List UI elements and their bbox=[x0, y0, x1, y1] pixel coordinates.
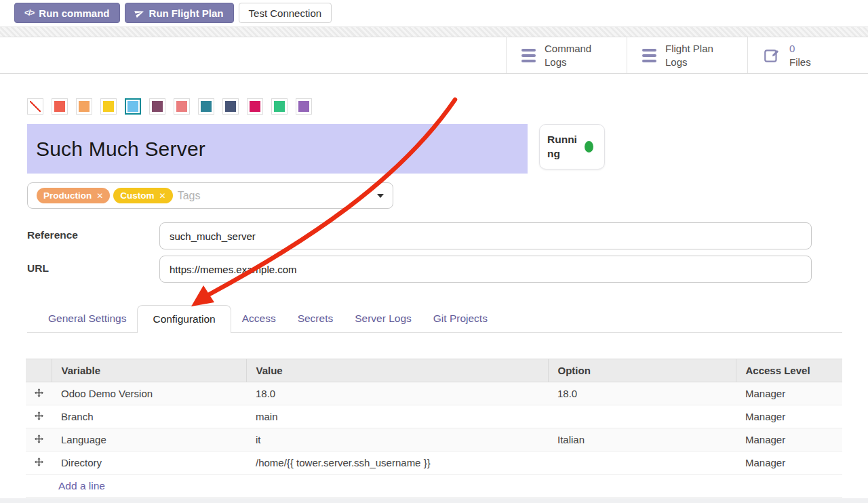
edit-icon bbox=[763, 47, 781, 64]
cell-option[interactable] bbox=[548, 405, 736, 428]
tag-production-label: Production bbox=[43, 190, 92, 201]
tab-general-settings[interactable]: General Settings bbox=[37, 305, 137, 332]
cell-variable[interactable]: Odoo Demo Version bbox=[52, 382, 246, 405]
move-icon bbox=[35, 435, 43, 443]
form-view: Such Much Server Running Production ✕ Cu… bbox=[0, 98, 868, 498]
status-dot-icon bbox=[585, 141, 593, 153]
texture-divider bbox=[0, 26, 868, 37]
record-title-field[interactable]: Such Much Server bbox=[27, 124, 528, 174]
list-icon bbox=[521, 49, 536, 62]
drag-handle[interactable] bbox=[26, 382, 52, 405]
run-command-button[interactable]: </> Run command bbox=[14, 3, 120, 23]
run-flight-plan-label: Run Flight Plan bbox=[149, 7, 224, 19]
cell-value[interactable]: /home/{{ tower.server.ssh_username }} bbox=[246, 451, 548, 475]
color-swatch-darkpurple[interactable] bbox=[149, 98, 165, 115]
command-logs-label-line1: Command bbox=[545, 43, 591, 54]
column-header-access-level[interactable]: Access Level bbox=[736, 359, 842, 382]
cell-access-level[interactable]: Manager bbox=[736, 382, 842, 405]
cell-option[interactable]: 18.0 bbox=[548, 382, 736, 405]
table-row[interactable]: Odoo Demo Version 18.0 18.0 Manager bbox=[26, 382, 842, 405]
cell-variable[interactable]: Directory bbox=[52, 451, 246, 475]
color-swatch-lightblue-selected[interactable] bbox=[125, 98, 141, 115]
drag-handle[interactable] bbox=[26, 428, 52, 451]
cell-value[interactable]: main bbox=[246, 405, 548, 428]
run-command-label: Run command bbox=[39, 7, 109, 19]
table-row[interactable]: Branch main Manager bbox=[26, 405, 842, 428]
table-row[interactable]: Language it Italian Manager bbox=[26, 428, 842, 451]
column-header-variable[interactable]: Variable bbox=[52, 359, 246, 382]
cell-access-level[interactable]: Manager bbox=[736, 405, 842, 428]
page-title: Such Much Server bbox=[36, 138, 205, 161]
tab-configuration[interactable]: Configuration bbox=[137, 305, 231, 333]
reference-input[interactable] bbox=[159, 222, 812, 249]
notebook-tabs: General Settings Configuration Access Se… bbox=[27, 305, 842, 333]
tag-production[interactable]: Production ✕ bbox=[37, 188, 110, 203]
url-label: URL bbox=[27, 256, 159, 275]
table-header-row: Variable Value Option Access Level bbox=[26, 359, 842, 382]
remove-icon[interactable]: ✕ bbox=[159, 191, 166, 201]
drag-handle[interactable] bbox=[26, 451, 52, 475]
reference-field-row: Reference bbox=[27, 222, 868, 249]
top-toolbar: </> Run command Run Flight Plan Test Con… bbox=[0, 0, 868, 26]
handle-column-header bbox=[26, 359, 52, 382]
color-swatch-purple[interactable] bbox=[296, 98, 312, 115]
color-swatch-green[interactable] bbox=[271, 98, 288, 115]
tags-placeholder: Tags bbox=[178, 190, 201, 202]
files-label: Files bbox=[789, 56, 811, 68]
flight-plan-logs-label-line2: Logs bbox=[665, 56, 688, 68]
cell-value[interactable]: 18.0 bbox=[246, 382, 548, 405]
flight-plan-logs-label-line1: Flight Plan bbox=[665, 43, 713, 54]
cell-variable[interactable]: Language bbox=[52, 428, 246, 451]
url-input[interactable] bbox=[159, 256, 812, 283]
move-icon bbox=[35, 411, 43, 420]
column-header-option[interactable]: Option bbox=[548, 359, 736, 382]
chevron-down-icon[interactable] bbox=[377, 194, 384, 198]
remove-icon[interactable]: ✕ bbox=[96, 191, 103, 201]
cell-option[interactable]: Italian bbox=[548, 428, 736, 451]
color-swatch-navy[interactable] bbox=[222, 98, 239, 115]
color-swatch-salmon[interactable] bbox=[174, 98, 190, 115]
status-widget[interactable]: Running bbox=[539, 124, 605, 169]
cell-option[interactable] bbox=[548, 451, 736, 475]
add-a-line-link[interactable]: Add a line bbox=[26, 475, 842, 498]
cell-variable[interactable]: Branch bbox=[52, 405, 246, 428]
test-connection-button[interactable]: Test Connection bbox=[239, 3, 332, 23]
bottom-divider bbox=[0, 498, 868, 503]
url-field-row: URL bbox=[27, 256, 868, 283]
table-row[interactable]: Directory /home/{{ tower.server.ssh_user… bbox=[26, 451, 842, 475]
reference-label: Reference bbox=[27, 222, 159, 241]
add-line-row: Add a line bbox=[26, 475, 842, 498]
variables-table: Variable Value Option Access Level Odoo … bbox=[26, 359, 842, 498]
command-logs-button[interactable]: Command Logs bbox=[506, 37, 627, 73]
color-swatch-yellow[interactable] bbox=[100, 98, 117, 115]
tab-git-projects[interactable]: Git Projects bbox=[422, 305, 498, 332]
files-count: 0 bbox=[789, 43, 795, 54]
no-color-icon bbox=[30, 101, 41, 112]
files-button[interactable]: 0 Files bbox=[747, 37, 868, 73]
column-header-value[interactable]: Value bbox=[246, 359, 548, 382]
tab-access[interactable]: Access bbox=[231, 305, 287, 332]
status-bar: Command Logs Flight Plan Logs 0 Files bbox=[0, 37, 868, 74]
color-swatch-orange[interactable] bbox=[76, 98, 92, 115]
flight-plan-logs-button[interactable]: Flight Plan Logs bbox=[627, 37, 747, 73]
code-icon: </> bbox=[24, 8, 34, 18]
cell-value[interactable]: it bbox=[246, 428, 548, 451]
color-picker bbox=[27, 98, 868, 115]
tab-server-logs[interactable]: Server Logs bbox=[344, 305, 422, 332]
cell-access-level[interactable]: Manager bbox=[736, 428, 842, 451]
title-row: Such Much Server Running bbox=[27, 124, 868, 174]
cell-access-level[interactable]: Manager bbox=[736, 451, 842, 475]
color-swatch-none[interactable] bbox=[27, 98, 43, 115]
color-swatch-magenta[interactable] bbox=[247, 98, 263, 115]
tab-secrets[interactable]: Secrets bbox=[287, 305, 344, 332]
list-icon bbox=[642, 49, 656, 62]
tag-custom[interactable]: Custom ✕ bbox=[113, 188, 172, 203]
status-label: Running bbox=[547, 133, 581, 161]
command-logs-label-line2: Logs bbox=[545, 56, 567, 68]
tags-field[interactable]: Production ✕ Custom ✕ Tags bbox=[27, 182, 393, 209]
color-swatch-teal[interactable] bbox=[198, 98, 214, 115]
move-icon bbox=[35, 458, 43, 466]
run-flight-plan-button[interactable]: Run Flight Plan bbox=[125, 3, 234, 23]
color-swatch-red[interactable] bbox=[52, 98, 68, 115]
drag-handle[interactable] bbox=[26, 405, 52, 428]
